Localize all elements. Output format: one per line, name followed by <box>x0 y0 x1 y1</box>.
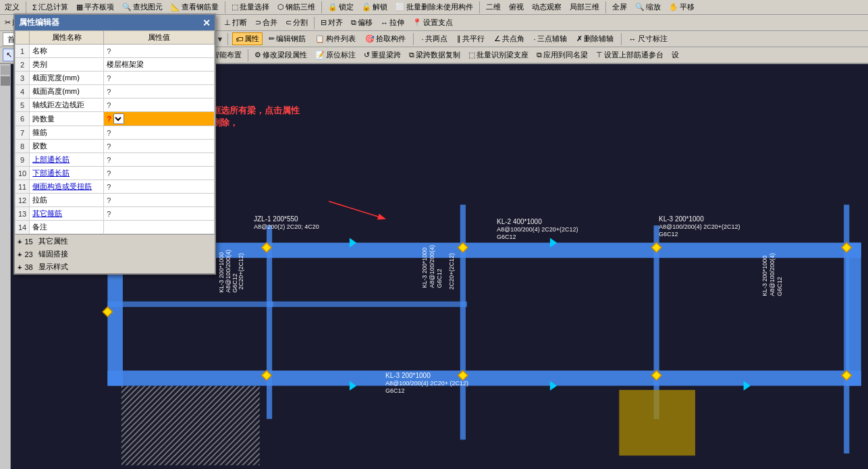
btn-dim[interactable]: ↔ 尺寸标注 <box>626 32 671 45</box>
prop-row-4[interactable]: 4截面高度(mm)? <box>16 85 215 99</box>
prop-row-val-1[interactable]: ? <box>104 45 215 58</box>
btn-batch-delete[interactable]: ⬜ 批量删除未使用构件 <box>392 1 477 13</box>
prop-row-val-3[interactable]: ? <box>104 72 215 85</box>
prop-row-val-8[interactable]: ? <box>104 140 215 153</box>
prop-footer: + 15 其它属性 + 23 锚固搭接 + 38 显示样式 <box>15 234 215 273</box>
btn-edit-rebar[interactable]: ✏ 编辑钢筋 <box>265 32 309 45</box>
btn-pan[interactable]: ✋ 平移 <box>666 1 698 13</box>
prop-row-val-7[interactable]: ? <box>104 126 215 140</box>
btn-comp-list[interactable]: 📋 构件列表 <box>312 32 359 45</box>
svg-rect-12 <box>267 302 467 307</box>
btn-top-view[interactable]: 俯视 <box>506 1 527 13</box>
btn-re-span[interactable]: ↺ 重提梁跨 <box>360 49 404 61</box>
prop-footer-row-38[interactable]: + 38 显示样式 <box>15 260 215 273</box>
btn-set-extra[interactable]: 设 <box>668 49 682 61</box>
prop-row-11[interactable]: 11侧面构造或受扭筋? <box>16 180 215 194</box>
btn-offset[interactable]: ⧉ 偏移 <box>348 16 376 29</box>
prop-row-10[interactable]: 10下部通长筋? <box>16 167 215 180</box>
prop-row-2[interactable]: 2类别楼层框架梁 <box>16 58 215 72</box>
prop-row-name-14: 备注 <box>30 221 104 234</box>
col-name-header: 属性名称 <box>30 31 104 45</box>
svg-marker-16 <box>458 243 468 252</box>
btn-property[interactable]: 🏷 属性 <box>232 32 263 45</box>
btn-inplace-annot[interactable]: 📝 原位标注 <box>312 49 359 61</box>
btn-mod-seg[interactable]: ⚙ 修改梁段属性 <box>251 49 310 61</box>
prop-row-1[interactable]: 1名称? <box>16 45 215 58</box>
btn-fullscreen[interactable]: 全屏 <box>609 1 630 13</box>
btn-set-top-rebar[interactable]: ⊤ 设置上部筋通参台 <box>593 49 667 61</box>
btn-view-rebar[interactable]: 📐 查看钢筋量 <box>167 1 222 13</box>
btn-2d[interactable]: 二维 <box>483 1 504 13</box>
prop-row-13[interactable]: 13其它箍筋? <box>16 207 215 221</box>
prop-row-num-13: 13 <box>16 207 30 221</box>
prop-row-6[interactable]: 6跨数量? <box>16 112 215 126</box>
btn-break[interactable]: ⊥ 打断 <box>221 16 250 29</box>
svg-rect-11 <box>107 302 273 307</box>
btn-parallel[interactable]: ∥ 共平行 <box>454 32 488 45</box>
btn-stretch[interactable]: ↔ 拉伸 <box>377 16 408 29</box>
prop-row-7[interactable]: 7箍筋? <box>16 126 215 140</box>
btn-align[interactable]: ⊟ 对齐 <box>317 16 346 29</box>
prop-row-5[interactable]: 5轴线距左边线距? <box>16 99 215 112</box>
prop-row-val-6[interactable]: ? <box>104 112 215 126</box>
beam-label-kl3-vert-mid: KL-3 200*1000A8@100/200(4)G6C12 <box>421 245 443 288</box>
btn-sum[interactable]: Σ 汇总计算 <box>29 1 72 13</box>
prop-row-name-8: 胶数 <box>30 140 104 153</box>
beam-label-kl3b: KL-3 200*1000 A8@100/200(4) 2C20+ (2C12)… <box>385 372 468 394</box>
btn-lock[interactable]: 🔒 锁定 <box>325 1 357 13</box>
btn-find-elem[interactable]: 🔍 查找图元 <box>119 1 166 13</box>
prop-row-num-12: 12 <box>16 194 30 207</box>
beam-label-jzl1: JZL-1 200*550 A8@200(2) 2C20; 4C20 <box>254 215 319 230</box>
prop-row-8[interactable]: 8胶数? <box>16 140 215 153</box>
prop-row-12[interactable]: 12拉筋? <box>16 194 215 207</box>
btn-local-3d[interactable]: 局部三维 <box>566 1 603 13</box>
prop-row-val-13[interactable]: ? <box>104 207 215 221</box>
svg-marker-18 <box>842 243 851 252</box>
prop-row-val-5[interactable]: ? <box>104 99 215 112</box>
prop-title-bar: 属性编辑器 ✕ <box>15 15 215 30</box>
btn-define[interactable]: 定义 <box>1 1 23 13</box>
prop-footer-row-23[interactable]: + 23 锚固搭接 <box>15 248 215 260</box>
svg-marker-26 <box>350 381 356 390</box>
prop-row-14[interactable]: 14备注 <box>16 221 215 234</box>
btn-corner[interactable]: ∠ 共点角 <box>491 32 528 45</box>
btn-unlock[interactable]: 🔓 解锁 <box>358 1 391 13</box>
btn-two-pts[interactable]: · 共两点 <box>418 32 450 45</box>
svg-rect-10 <box>844 204 849 453</box>
prop-row-name-1: 名称 <box>30 45 104 58</box>
prop-row-3[interactable]: 3截面宽度(mm)? <box>16 72 215 85</box>
btn-apply-same[interactable]: ⧉ 应用到同名梁 <box>533 49 591 61</box>
prop-row-val-10[interactable]: ? <box>104 167 215 180</box>
btn-set-support[interactable]: 📍 设置支点 <box>409 16 456 29</box>
btn-zoom[interactable]: 🔍 缩放 <box>632 1 664 13</box>
prop-row-name-2: 类别 <box>30 58 104 72</box>
btn-pick-comp[interactable]: 🎯 拾取构件 <box>362 32 409 45</box>
prop-row-val-2[interactable]: 楼层框架梁 <box>104 58 215 72</box>
btn-rebar-3d[interactable]: ⬡ 钢筋三维 <box>274 1 319 13</box>
col-val-header: 属性值 <box>104 31 215 45</box>
btn-batch-id-support[interactable]: ⬚ 批量识别梁支座 <box>465 49 532 61</box>
prop-row-val-4[interactable]: ? <box>104 85 215 99</box>
prop-row-name-11: 侧面构造或受扭筋 <box>30 180 104 194</box>
btn-batch-select[interactable]: ⬚ 批量选择 <box>228 1 273 13</box>
btn-3pt-axis[interactable]: · 三点辅轴 <box>531 32 570 45</box>
prop-footer-row-15[interactable]: + 15 其它属性 <box>15 235 215 248</box>
prop-row-val-12[interactable]: ? <box>104 194 215 207</box>
prop-close-button[interactable]: ✕ <box>202 18 211 28</box>
prop-row-num-7: 7 <box>16 126 30 140</box>
prop-row-val-11[interactable]: ? <box>104 180 215 194</box>
btn-del-axis[interactable]: ✗ 删除辅轴 <box>573 32 617 45</box>
prop-row-val-14[interactable] <box>104 221 215 234</box>
prop-row-num-14: 14 <box>16 221 30 234</box>
btn-span-copy[interactable]: ⧉ 梁跨数据复制 <box>406 49 464 61</box>
btn-dynamic-obs[interactable]: 动态观察 <box>528 1 565 13</box>
prop-row-9[interactable]: 9上部通长筋? <box>16 153 215 167</box>
prop-row-val-9[interactable]: ? <box>104 153 215 167</box>
btn-split[interactable]: ⊂ 分割 <box>282 16 311 29</box>
svg-rect-6 <box>846 243 861 386</box>
btn-align-slab[interactable]: ▦ 平齐板项 <box>73 1 117 13</box>
btn-merge[interactable]: ⊃ 合并 <box>252 16 281 29</box>
prop-footer-text-38: 显示样式 <box>38 262 68 272</box>
svg-rect-7 <box>267 225 272 419</box>
svg-marker-21 <box>651 370 661 380</box>
